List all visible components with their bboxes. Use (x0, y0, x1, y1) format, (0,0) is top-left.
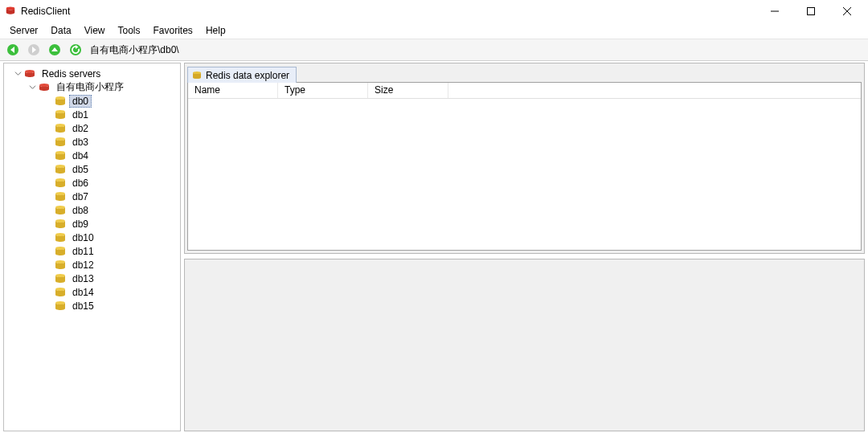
tree-root[interactable]: Redis servers (4, 67, 180, 80)
tree-db-db3[interactable]: db3 (4, 135, 180, 149)
chevron-down-icon[interactable] (27, 82, 38, 93)
table-header: Name Type Size (188, 83, 861, 99)
menu-help[interactable]: Help (199, 23, 232, 38)
explorer-panel: Redis data explorer Name Type Size (184, 63, 865, 254)
tree-root-label: Redis servers (42, 68, 100, 80)
window-title: RedisClient (21, 6, 70, 17)
tree-db-label: db14 (72, 287, 94, 298)
svg-point-17 (55, 219, 65, 223)
svg-point-11 (55, 137, 65, 141)
tree-server[interactable]: 自有电商小程序 (4, 80, 180, 94)
maximize-button[interactable] (792, 0, 829, 22)
data-table[interactable]: Name Type Size (187, 82, 862, 251)
tab-label: Redis data explorer (206, 70, 289, 81)
tree-db-db13[interactable]: db13 (4, 272, 180, 285)
title-bar: RedisClient (0, 0, 868, 22)
svg-point-10 (55, 124, 65, 127)
svg-point-6 (25, 70, 35, 73)
svg-point-7 (39, 84, 49, 87)
menu-favorites[interactable]: Favorites (147, 23, 199, 38)
chevron-down-icon[interactable] (12, 68, 23, 80)
svg-point-0 (6, 6, 15, 10)
menu-server[interactable]: Server (3, 23, 44, 38)
tree-db-label: db3 (72, 137, 88, 148)
tree-db-label: db6 (72, 178, 88, 189)
database-icon (54, 246, 67, 257)
tree-db-db15[interactable]: db15 (4, 299, 180, 312)
nav-up-button[interactable] (45, 41, 64, 59)
tree-db-db7[interactable]: db7 (4, 190, 180, 203)
tree-db-db8[interactable]: db8 (4, 203, 180, 217)
tree-db-label: db4 (72, 150, 88, 161)
tree-db-label: db5 (72, 164, 88, 175)
tree-db-label: db2 (72, 123, 88, 134)
redis-icon (38, 82, 51, 93)
svg-point-22 (55, 288, 65, 291)
minimize-button[interactable] (756, 0, 792, 22)
tree-db-label: db10 (72, 232, 94, 243)
close-button[interactable] (829, 0, 865, 22)
tree-db-db0[interactable]: db0 (4, 94, 180, 108)
tree-db-db4[interactable]: db4 (4, 149, 180, 162)
tree-pane[interactable]: Redis servers 自有电商小程序 db0db1db2db3db4db5… (3, 63, 181, 431)
tree-db-db9[interactable]: db9 (4, 217, 180, 231)
database-icon (54, 205, 67, 216)
database-icon (54, 123, 67, 134)
detail-panel (184, 259, 865, 431)
tree-db-label: db11 (72, 246, 94, 257)
svg-point-15 (55, 192, 65, 195)
tree-db-label: db15 (72, 300, 94, 312)
svg-point-12 (55, 151, 65, 154)
tree-db-label: db8 (72, 205, 88, 216)
tree-db-db14[interactable]: db14 (4, 285, 180, 299)
tree-db-label: db1 (72, 109, 88, 121)
col-size[interactable]: Size (368, 83, 448, 98)
database-icon (54, 191, 67, 202)
tree-db-db11[interactable]: db11 (4, 244, 180, 258)
tree-db-label: db13 (72, 273, 94, 284)
svg-point-20 (55, 260, 65, 263)
database-icon (54, 109, 67, 121)
svg-point-9 (55, 110, 65, 113)
menu-view[interactable]: View (78, 23, 112, 38)
main-area: Redis servers 自有电商小程序 db0db1db2db3db4db5… (0, 61, 868, 433)
tree-db-db1[interactable]: db1 (4, 108, 180, 121)
nav-back-button[interactable] (3, 41, 23, 59)
tree-db-db2[interactable]: db2 (4, 121, 180, 135)
database-icon (54, 150, 67, 161)
database-icon (54, 287, 67, 298)
svg-point-8 (55, 96, 65, 100)
database-icon (54, 137, 67, 148)
database-icon (54, 164, 67, 175)
tree-db-db10[interactable]: db10 (4, 231, 180, 244)
database-icon (54, 259, 67, 271)
menu-tools[interactable]: Tools (112, 23, 147, 38)
menu-data[interactable]: Data (44, 23, 77, 38)
database-icon (54, 96, 67, 107)
svg-point-14 (55, 178, 65, 182)
tree-db-label: db7 (72, 191, 88, 202)
tab-data-explorer[interactable]: Redis data explorer (187, 67, 297, 83)
tree-db-db12[interactable]: db12 (4, 258, 180, 272)
refresh-button[interactable] (66, 41, 85, 59)
tree-db-label: db9 (72, 219, 88, 230)
tab-strip: Redis data explorer (187, 66, 862, 82)
col-name[interactable]: Name (188, 83, 278, 98)
tree-db-db5[interactable]: db5 (4, 162, 180, 176)
redis-icon (23, 68, 36, 80)
nav-forward-button[interactable] (24, 41, 43, 59)
svg-rect-1 (807, 7, 814, 14)
tree-db-db6[interactable]: db6 (4, 176, 180, 190)
database-icon (54, 273, 67, 284)
database-icon (54, 232, 67, 243)
svg-point-16 (55, 206, 65, 209)
col-type[interactable]: Type (278, 83, 368, 98)
svg-point-13 (55, 165, 65, 168)
app-icon (5, 6, 16, 17)
database-icon (191, 71, 203, 80)
svg-point-23 (55, 301, 65, 304)
tree-db-label: db12 (72, 259, 94, 271)
svg-point-18 (55, 233, 65, 236)
svg-point-24 (193, 71, 201, 73)
database-icon (54, 178, 67, 189)
